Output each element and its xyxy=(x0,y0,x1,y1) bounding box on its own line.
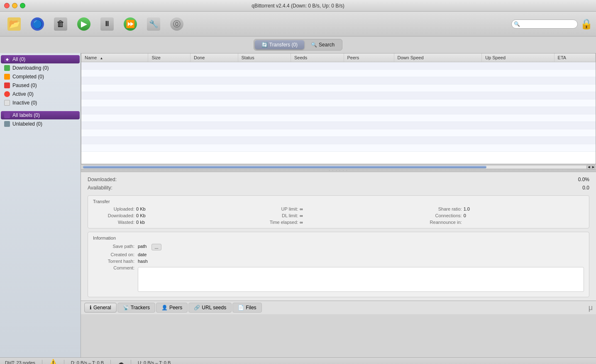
sidebar-item-paused[interactable]: Paused (0) xyxy=(1,81,80,90)
col-peers[interactable]: Peers xyxy=(344,53,394,62)
search-tab-label: Search xyxy=(319,42,335,48)
tab-general[interactable]: ℹ General xyxy=(84,303,117,313)
tab-transfers[interactable]: 🔄 Transfers (0) xyxy=(255,40,304,49)
share-ratio-value: 1.0 xyxy=(464,206,470,211)
general-icon: ℹ xyxy=(90,305,92,311)
col-status[interactable]: Status xyxy=(238,53,291,62)
pause-button[interactable]: ⏸ xyxy=(96,14,118,34)
tab-search[interactable]: 🔍 Search xyxy=(304,40,341,49)
toolbar: 📂 🔵 🗑 ▶ ⏸ ⏩ 🔧 ⓪ 🔍 🔒 xyxy=(0,12,596,36)
sidebar-item-all[interactable]: ◆ All (0) xyxy=(1,55,80,63)
mu-logo: μ xyxy=(589,303,593,312)
general-label: General xyxy=(93,305,111,311)
delete-button[interactable]: 🗑 xyxy=(50,14,71,34)
sidebar-item-active[interactable]: Active (0) xyxy=(1,90,80,98)
close-button[interactable] xyxy=(4,3,10,8)
up-status: U: 0 B/s – T: 0 B xyxy=(138,360,171,364)
scroll-left-button[interactable]: ◀ xyxy=(586,165,591,169)
open-torrent-button[interactable]: 📂 xyxy=(3,14,25,34)
peers-label: Peers xyxy=(169,305,182,311)
delete-icon: 🗑 xyxy=(54,17,67,31)
tab-files[interactable]: 📄 Files xyxy=(232,303,261,313)
comment-textarea[interactable] xyxy=(138,267,584,292)
tab-url-seeds[interactable]: 🔗 URL seeds xyxy=(188,303,232,313)
start-button[interactable]: ▶ xyxy=(73,14,95,34)
status-separator-2 xyxy=(64,360,64,364)
options-button[interactable]: 🔧 xyxy=(143,14,164,34)
scrollbar-arrows[interactable]: ◀ ▶ xyxy=(586,165,595,169)
all-icon: ◆ xyxy=(4,56,10,62)
torrent-hash-label: Torrent hash: xyxy=(93,259,134,264)
availability-row: Availability: 0.0 xyxy=(88,184,589,192)
sidebar-label-unlabeled: Unlabeled (0) xyxy=(12,121,42,127)
trackers-icon: 📡 xyxy=(123,305,129,311)
col-down-speed[interactable]: Down Speed xyxy=(394,53,482,62)
created-on-label: Created on: xyxy=(93,252,134,257)
sidebar-item-completed[interactable]: Completed (0) xyxy=(1,73,80,81)
details-panel: Downloaded: 0.0% Availability: 0.0 Trans… xyxy=(81,172,596,301)
sidebar-label-completed: Completed (0) xyxy=(12,74,44,80)
tab-peers[interactable]: 👤 Peers xyxy=(156,303,188,313)
tabs-container: 🔄 Transfers (0) 🔍 Search xyxy=(0,36,596,53)
sidebar-item-unlabeled[interactable]: Unlabeled (0) xyxy=(1,120,80,128)
trackers-label: Trackers xyxy=(131,305,150,311)
downloaded-transfer-item: Downloaded: 0 Kb xyxy=(93,213,256,218)
wasted-label: Wasted: xyxy=(93,220,134,225)
information-section: Information Save path: path ... Created … xyxy=(88,232,589,297)
inactive-icon xyxy=(4,100,10,106)
table-row xyxy=(81,137,596,144)
sidebar-item-all-labels[interactable]: All labels (0) xyxy=(1,111,80,119)
window-title: qBittorrent v2.4.4 (Down: 0 B/s, Up: 0 B… xyxy=(252,3,344,9)
browse-path-button[interactable]: ... xyxy=(151,244,161,250)
col-done[interactable]: Done xyxy=(191,53,238,62)
scrollbar-track[interactable] xyxy=(83,165,588,169)
scrollbar-thumb[interactable] xyxy=(83,166,486,168)
tab-trackers[interactable]: 📡 Trackers xyxy=(117,303,155,313)
col-seeds[interactable]: Seeds xyxy=(291,53,344,62)
horizontal-scrollbar[interactable]: ◀ ▶ xyxy=(81,164,596,169)
status-separator-1 xyxy=(42,360,42,364)
start-icon: ▶ xyxy=(77,17,90,31)
time-elapsed-item: Time elapsed: ∞ xyxy=(256,220,420,225)
time-elapsed-value: ∞ xyxy=(300,220,303,225)
minimize-button[interactable] xyxy=(12,3,17,8)
statusbar: DHT: 23 nodes ⚠️ D: 0 B/s – T: 0 B ☁ U: … xyxy=(0,357,596,364)
content-area: Name ▲ Size Done Status Seeds Peers Down… xyxy=(81,53,596,357)
table-row xyxy=(81,85,596,92)
resume-all-button[interactable]: ⏩ xyxy=(120,14,141,34)
col-size[interactable]: Size xyxy=(148,53,191,62)
window-controls[interactable] xyxy=(4,3,25,8)
col-up-speed[interactable]: Up Speed xyxy=(482,53,554,62)
up-limit-value: ∞ xyxy=(300,206,303,211)
availability-value: 0.0 xyxy=(582,185,589,191)
save-path-label: Save path: xyxy=(93,244,134,250)
transfers-icon: 🔄 xyxy=(261,42,268,48)
sidebar-label-active: Active (0) xyxy=(12,91,34,97)
magnet-icon: 🔵 xyxy=(31,17,44,31)
uploaded-label: Uploaded: xyxy=(93,206,134,211)
pause-icon: ⏸ xyxy=(100,17,114,31)
search-input[interactable] xyxy=(511,19,578,29)
utp-button[interactable]: ⓪ xyxy=(166,14,188,34)
sidebar-label-paused: Paused (0) xyxy=(12,83,37,88)
scroll-right-button[interactable]: ▶ xyxy=(591,165,595,169)
comment-row: Comment: xyxy=(93,265,584,294)
dl-limit-item: DL limit: ∞ xyxy=(256,213,420,218)
save-path-value: path xyxy=(138,244,147,250)
unlabeled-icon xyxy=(4,121,10,127)
col-eta[interactable]: ETA xyxy=(554,53,595,62)
torrent-hash-value: hash xyxy=(138,259,148,264)
col-name[interactable]: Name ▲ xyxy=(81,53,148,62)
maximize-button[interactable] xyxy=(20,3,25,8)
table-row xyxy=(81,70,596,77)
downloading-icon xyxy=(4,65,10,71)
sidebar-item-downloading[interactable]: Downloading (0) xyxy=(1,64,80,72)
sidebar-item-inactive[interactable]: Inactive (0) xyxy=(1,99,80,107)
add-magnet-button[interactable]: 🔵 xyxy=(27,14,48,34)
up-limit-item: UP limit: ∞ xyxy=(256,206,420,211)
table-row xyxy=(81,62,596,70)
information-title: Information xyxy=(93,235,584,240)
comment-label: Comment: xyxy=(93,265,134,293)
connections-item: Connections: 0 xyxy=(420,213,584,218)
created-on-row: Created on: date xyxy=(93,251,584,258)
